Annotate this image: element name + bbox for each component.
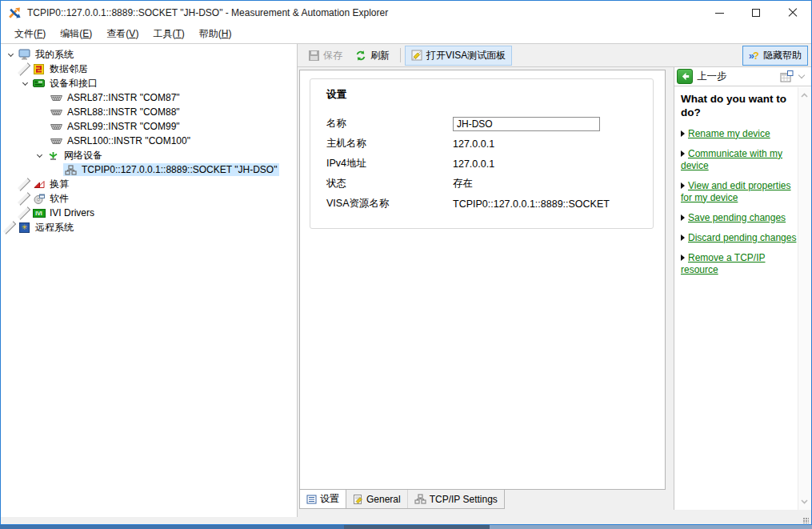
resize-grip-icon[interactable] xyxy=(803,518,809,523)
ipv4-label: IPv4地址 xyxy=(326,157,453,170)
link-save-pending-changes[interactable]: Save pending changes xyxy=(688,212,786,223)
link-communicate-device[interactable]: Communicate with my device xyxy=(681,148,782,171)
ivi-icon: IVI xyxy=(32,209,46,218)
field-row-visa-resource: VISA资源名称 TCPIP0::127.0.0.1::8889::SOCKET xyxy=(326,194,637,214)
tree-item-my-system[interactable]: 我的系统 xyxy=(1,47,297,62)
menu-file[interactable]: 文件(F) xyxy=(7,25,53,43)
network-node-icon xyxy=(64,165,78,175)
link-rename-device[interactable]: Rename my device xyxy=(688,128,770,139)
help-scrollbar[interactable] xyxy=(798,87,811,510)
triangle-bullet-icon xyxy=(681,214,685,221)
help-content: What do you want to do? Rename my device… xyxy=(674,87,798,510)
chevron-down-icon[interactable] xyxy=(798,72,805,78)
tree-item-network-devices[interactable]: 网络设备 xyxy=(1,148,297,162)
tree-item-devices-interfaces[interactable]: 设备和接口 xyxy=(1,76,297,90)
help-heading: What do you want to do? xyxy=(681,93,797,120)
link-discard-pending-changes[interactable]: Discard pending changes xyxy=(688,232,796,243)
name-input[interactable] xyxy=(453,117,600,131)
settings-group: 设置 名称 主机名称 127.0.0.1 IPv4地址 xyxy=(310,78,654,229)
save-button[interactable]: 保存 xyxy=(302,46,349,66)
help-link-row: View and edit properties for my device xyxy=(681,180,797,204)
pane-splitter[interactable] xyxy=(667,67,674,510)
chevron-right-icon[interactable] xyxy=(18,62,31,75)
title-bar: TCPIP0::127.0.0.1::8889::SOCKET "JH-DSO"… xyxy=(1,1,811,25)
tab-general[interactable]: General xyxy=(346,490,408,508)
help-link-row: Remove a TCP/IP resource xyxy=(681,252,797,276)
tree-item-asrl88[interactable]: ASRL88::INSTR "COM88" xyxy=(1,105,297,119)
save-icon xyxy=(309,50,319,61)
chevron-down-icon[interactable] xyxy=(4,48,17,61)
link-view-edit-properties[interactable]: View and edit properties for my device xyxy=(681,180,791,203)
chevron-down-icon[interactable] xyxy=(33,149,46,162)
help-link-row: Save pending changes xyxy=(681,212,797,224)
chevron-right-icon[interactable] xyxy=(18,178,31,190)
tree-item-ivi-drivers[interactable]: IVI IVI Drivers xyxy=(1,206,297,220)
close-icon xyxy=(788,8,798,18)
serial-port-icon xyxy=(50,123,63,130)
bottom-tab-bar: 设置 General TCP/IP Settings xyxy=(299,490,666,510)
windows-taskbar xyxy=(0,525,812,529)
maximize-button[interactable] xyxy=(738,1,774,25)
toolbar: 保存 刷新 打开VISA测试面板 »? 隐藏帮助 xyxy=(298,44,811,67)
help-link-row: Communicate with my device xyxy=(681,148,797,172)
toolbar-separator xyxy=(400,48,401,62)
hostname-label: 主机名称 xyxy=(326,137,453,150)
refresh-button[interactable]: 刷新 xyxy=(349,46,396,66)
menu-help[interactable]: 帮助(H) xyxy=(192,25,239,43)
hostname-value: 127.0.0.1 xyxy=(453,138,494,150)
tree-item-tcpip-resource[interactable]: TCPIP0::127.0.0.1::8889::SOCKET "JH-DSO" xyxy=(1,162,297,177)
chevron-down-icon[interactable] xyxy=(18,77,31,90)
chevron-right-icon[interactable] xyxy=(18,206,31,219)
app-logo-icon xyxy=(8,6,22,20)
settings-group-title: 设置 xyxy=(326,88,637,102)
window-title: TCPIP0::127.0.0.1::8889::SOCKET "JH-DSO"… xyxy=(27,7,701,18)
name-label: 名称 xyxy=(326,117,453,130)
settings-tab-icon xyxy=(306,495,317,504)
chevron-right-icon[interactable] xyxy=(18,192,31,205)
maximize-icon xyxy=(752,9,760,17)
chevron-right-icon[interactable] xyxy=(4,221,17,234)
help-panel: 上一步 What do you want to do? Rename my de… xyxy=(674,67,811,510)
minimize-icon xyxy=(715,13,724,14)
menu-tools[interactable]: 工具(T) xyxy=(146,25,191,43)
tree-item-asrl87[interactable]: ASRL87::INSTR "COM87" xyxy=(1,90,297,105)
status-value: 存在 xyxy=(453,177,473,190)
status-bar xyxy=(1,517,811,524)
field-row-name: 名称 xyxy=(326,114,637,134)
open-visa-test-panel-button[interactable]: 打开VISA测试面板 xyxy=(405,46,512,66)
menu-edit[interactable]: 编辑(E) xyxy=(53,25,99,43)
minimize-button[interactable] xyxy=(701,1,738,25)
tree-item-asrl100[interactable]: ASRL100::INSTR "COM100" xyxy=(1,134,297,148)
tree-item-scales[interactable]: 换算 xyxy=(1,177,297,191)
hide-help-icon: »? xyxy=(749,50,759,62)
software-icon xyxy=(32,194,46,204)
field-row-ipv4: IPv4地址 127.0.0.1 xyxy=(326,154,637,174)
triangle-bullet-icon xyxy=(681,150,685,157)
help-layout-icon[interactable] xyxy=(780,70,794,82)
tree-item-remote-systems[interactable]: ✳ 远程系统 xyxy=(1,220,297,234)
triangle-bullet-icon xyxy=(681,234,685,241)
serial-port-icon xyxy=(50,138,63,145)
back-button[interactable] xyxy=(677,69,693,84)
scroll-up-icon[interactable] xyxy=(801,92,808,99)
hide-help-button[interactable]: »? 隐藏帮助 xyxy=(742,46,808,66)
help-link-row: Rename my device xyxy=(681,128,797,140)
tree-item-asrl99[interactable]: ASRL99::INSTR "COM99" xyxy=(1,119,297,134)
max-window: TCPIP0::127.0.0.1::8889::SOCKET "JH-DSO"… xyxy=(0,0,812,525)
link-remove-tcpip-resource[interactable]: Remove a TCP/IP resource xyxy=(681,252,765,275)
system-tree: 我的系统 数据邻居 设备和接口 ASRL87::INSTR "COM87" xyxy=(1,44,298,517)
visa-test-panel-icon xyxy=(411,50,422,61)
general-tab-icon xyxy=(353,494,363,504)
menu-view[interactable]: 查看(V) xyxy=(99,25,146,43)
visa-resource-label: VISA资源名称 xyxy=(326,197,453,210)
status-label: 状态 xyxy=(326,177,453,190)
triangle-bullet-icon xyxy=(681,254,685,261)
serial-port-icon xyxy=(50,94,63,102)
close-button[interactable] xyxy=(774,1,811,25)
tab-settings[interactable]: 设置 xyxy=(300,490,346,508)
tree-item-software[interactable]: 软件 xyxy=(1,191,297,206)
tree-item-data-neighborhood[interactable]: 数据邻居 xyxy=(1,62,297,76)
field-row-hostname: 主机名称 127.0.0.1 xyxy=(326,134,637,154)
tab-tcpip-settings[interactable]: TCP/IP Settings xyxy=(408,490,504,508)
scroll-down-icon[interactable] xyxy=(801,498,808,505)
